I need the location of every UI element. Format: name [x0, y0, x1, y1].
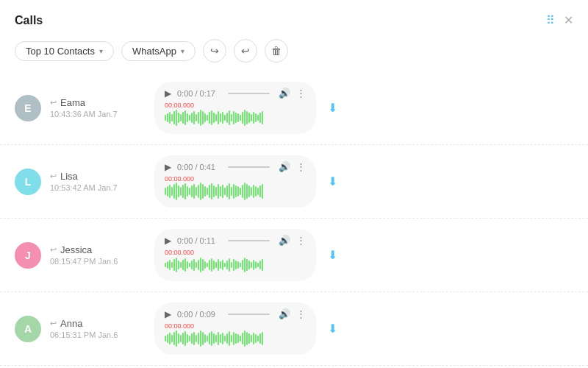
play-button[interactable]: ▶ — [165, 88, 171, 99]
download-button[interactable]: ⬇ — [328, 174, 337, 188]
waveform-bar — [165, 188, 166, 195]
waveform-bar — [222, 112, 223, 124]
avatar: J — [15, 242, 41, 269]
download-button[interactable]: ⬇ — [328, 248, 337, 262]
filter-app-dropdown[interactable]: WhatsApp ▾ — [121, 41, 196, 61]
waveform-bar — [180, 114, 182, 121]
more-options-icon[interactable]: ⋮ — [296, 161, 306, 172]
audio-progress-bar[interactable] — [228, 240, 270, 241]
waveform-bar — [193, 111, 195, 124]
audio-player: ▶0:00 / 0:11🔊⋮00:00.000 — [154, 229, 316, 281]
trash-icon: 🗑 — [271, 45, 282, 57]
waveform-bar — [246, 332, 248, 345]
waveform-bar — [253, 112, 254, 124]
waveform-bar — [218, 332, 219, 345]
waveform-bar — [209, 112, 210, 124]
waveform-bar — [213, 113, 215, 123]
waveform-timestamp: 00:00.000 — [165, 175, 194, 183]
play-button[interactable]: ▶ — [165, 309, 171, 319]
waveform-bar — [231, 187, 232, 196]
audio-progress-bar[interactable] — [228, 166, 270, 168]
waveform-bar — [246, 111, 248, 124]
waveform-bar — [246, 184, 248, 199]
waveform-bar — [231, 262, 232, 268]
waveform-bar — [262, 259, 263, 271]
download-button[interactable]: ⬇ — [328, 322, 337, 336]
audio-player: ▶0:00 / 0:41🔊⋮00:00.000 — [154, 155, 316, 208]
waveform-bar — [184, 110, 186, 125]
audio-progress-bar[interactable] — [228, 314, 270, 315]
audio-controls: ▶0:00 / 0:17🔊⋮ — [165, 88, 306, 99]
contact-name: Jessica — [60, 244, 92, 255]
audio-section: ▶0:00 / 0:41🔊⋮00:00.000⬇ — [154, 155, 573, 208]
delete-button[interactable]: 🗑 — [265, 39, 288, 63]
waveform-bar — [237, 261, 239, 269]
waveform-bar — [207, 336, 208, 342]
waveform-bar — [165, 115, 166, 121]
waveform-bar — [209, 185, 210, 198]
call-info: ↩Anna06:15:31 PM Jan.6 — [50, 318, 146, 339]
contact-name: Eama — [60, 97, 85, 108]
waveform-bar — [226, 261, 228, 269]
waveform-bar — [207, 263, 208, 267]
waveform-bar — [173, 111, 175, 124]
call-name-row: ↩Jessica — [50, 244, 146, 255]
filter-app-label: WhatsApp — [132, 46, 176, 57]
volume-icon[interactable]: 🔊 — [279, 88, 290, 99]
waveform-bar — [244, 330, 245, 347]
waveform — [165, 107, 306, 128]
filter-contacts-label: Top 10 Contacts — [26, 46, 95, 57]
waveform-bar — [169, 185, 171, 198]
volume-icon[interactable]: 🔊 — [279, 235, 290, 246]
forward-button[interactable]: ↪ — [203, 39, 226, 63]
waveform — [165, 328, 306, 349]
waveform-bar — [191, 261, 193, 269]
dots-icon[interactable]: ⠿ — [546, 13, 555, 27]
waveform-bar — [222, 333, 223, 344]
volume-icon[interactable]: 🔊 — [279, 161, 290, 172]
waveform-bar — [187, 113, 188, 122]
close-icon[interactable]: ✕ — [564, 13, 573, 27]
volume-icon[interactable]: 🔊 — [279, 308, 290, 319]
waveform-bar — [182, 333, 184, 344]
waveform-bar — [196, 335, 197, 342]
waveform-bar — [189, 336, 190, 342]
waveform-bar — [176, 110, 177, 126]
waveform-container: 00:00.000 — [165, 322, 306, 349]
waveform-bar — [176, 330, 177, 347]
audio-progress-bar[interactable] — [228, 93, 270, 94]
chevron-down-icon: ▾ — [99, 47, 103, 55]
waveform-bar — [171, 335, 173, 342]
waveform-bar — [215, 335, 217, 342]
waveform-bar — [211, 331, 212, 346]
audio-time-display: 0:00 / 0:11 — [177, 236, 219, 245]
download-button[interactable]: ⬇ — [328, 101, 337, 115]
waveform-bar — [237, 334, 239, 343]
waveform-bar — [242, 185, 243, 198]
waveform-bar — [259, 185, 261, 197]
more-options-icon[interactable]: ⋮ — [296, 235, 306, 246]
waveform-bar — [178, 113, 179, 123]
more-options-icon[interactable]: ⋮ — [296, 308, 306, 319]
audio-controls: ▶0:00 / 0:41🔊⋮ — [165, 161, 306, 172]
waveform-bar — [178, 261, 179, 269]
waveform-bar — [240, 115, 241, 121]
waveform-bar — [167, 261, 168, 269]
call-item: L↩Lisa10:53:42 AM Jan.7▶0:00 / 0:41🔊⋮00:… — [0, 145, 588, 219]
more-options-icon[interactable]: ⋮ — [296, 88, 306, 99]
filter-contacts-dropdown[interactable]: Top 10 Contacts ▾ — [15, 41, 114, 61]
waveform-bar — [222, 260, 223, 270]
waveform-bar — [209, 260, 210, 270]
waveform — [165, 255, 306, 275]
waveform-bar — [244, 258, 245, 272]
play-button[interactable]: ▶ — [165, 162, 171, 172]
waveform-bar — [171, 114, 173, 121]
waveform-bar — [235, 333, 237, 344]
waveform-bar — [171, 187, 173, 196]
play-button[interactable]: ▶ — [165, 236, 171, 246]
waveform-bar — [198, 260, 199, 270]
waveform-container: 00:00.000 — [165, 102, 306, 128]
reply-button[interactable]: ↩ — [234, 39, 257, 63]
missed-call-icon: ↩ — [50, 319, 57, 328]
waveform-bar — [202, 259, 204, 271]
